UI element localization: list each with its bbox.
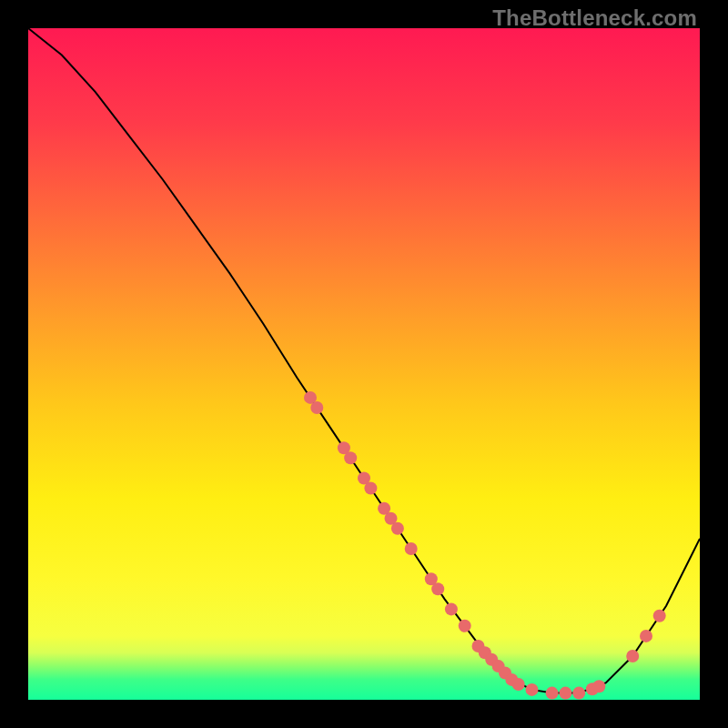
curve-dot: [405, 542, 418, 555]
curve-dot: [559, 687, 571, 700]
curve-dot: [445, 602, 458, 615]
curve-dot: [459, 620, 471, 632]
curve-dot: [592, 680, 605, 693]
watermark-text: TheBottleneck.com: [492, 5, 697, 31]
curve-dot: [344, 451, 357, 464]
curve-dot: [546, 687, 559, 700]
curve-dot: [310, 401, 323, 414]
curve-dot: [626, 650, 639, 662]
curve-dot: [526, 683, 539, 696]
curve-dot: [512, 678, 525, 691]
curve-dot: [653, 610, 666, 622]
curve-dot: [391, 522, 404, 535]
bottleneck-curve: [28, 28, 700, 693]
curve-dot: [640, 630, 652, 642]
curve-layer: [28, 28, 700, 700]
curve-dots-group: [304, 391, 666, 700]
chart-container: TheBottleneck.com: [0, 0, 728, 728]
curve-dot: [364, 482, 377, 495]
curve-dot: [431, 582, 444, 595]
curve-dot: [572, 687, 585, 700]
